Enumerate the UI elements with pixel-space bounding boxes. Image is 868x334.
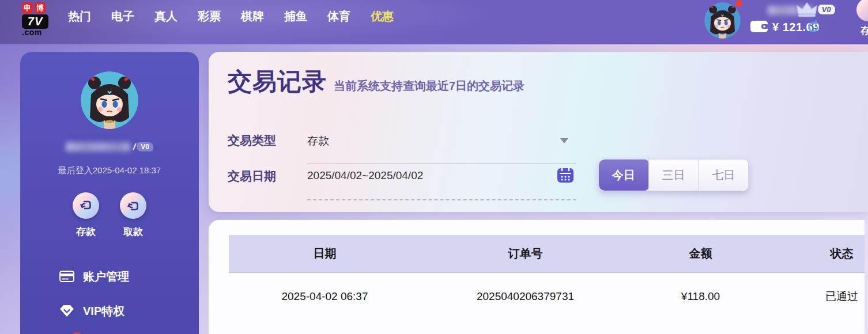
header-amount: 金额 [630,246,771,261]
logo-badge-shen: 申 [22,2,33,13]
sidebar-item-label: 账户管理 [83,269,129,284]
quick-actions: 存款 取款 [20,192,199,238]
range-3day-button[interactable]: 三日 [648,160,699,191]
sidebar-item-vip[interactable]: VIP特权 [59,294,129,328]
nav-item-fishing[interactable]: 捕鱼 [284,9,307,24]
sidebar-item-label: VIP特权 [83,303,124,319]
nav-item-sports[interactable]: 体育 [327,9,350,24]
vip-level-badge: V0 [817,5,836,14]
withdraw-button[interactable]: 取款 [120,192,146,238]
site-logo[interactable]: 申 博 7V .com [22,2,62,36]
sidebar-username-row: / V0 [20,142,199,151]
avatar-illustration [81,71,138,129]
chevron-down-icon[interactable] [560,138,568,143]
filter-date-label: 交易日期 [228,168,276,184]
deposit-button[interactable]: 存款 [73,192,99,238]
page-title: 交易记录 [228,66,327,98]
last-login-text: 最后登入2025-04-02 18:37 [20,165,199,176]
withdraw-label[interactable]: 取款 [123,225,143,238]
nav-item-slots[interactable]: 电子 [111,9,134,24]
main-nav: 热门 电子 真人 彩票 棋牌 捕鱼 体育 优惠 [68,9,394,24]
vip-level-badge: V0 [137,142,153,151]
vip-diamond-icon [59,305,74,317]
filter-type-label: 交易类型 [228,132,276,149]
table-row: 2025-04-02 06:37 2025040206379731 ¥118.0… [229,273,865,320]
nav-item-cards[interactable]: 棋牌 [241,9,264,24]
nav-item-promos[interactable]: 优惠 [371,9,394,24]
calendar-icon[interactable] [557,166,574,183]
header-status: 状态 [771,246,865,261]
filter-type-select[interactable]: 存款 [307,134,329,149]
filter-date-input[interactable]: 2025/04/02~2025/04/02 [307,169,423,182]
profile-sidebar: / V0 最后登入2025-04-02 18:37 存款 [20,52,199,334]
page-header: 交易记录 当前系统支持查询最近7日的交易记录 [228,66,524,98]
cell-amount: ¥118.00 [630,290,771,303]
header-date: 日期 [229,246,421,261]
deposit-icon [73,192,99,219]
table-header-row: 日期 订单号 金额 状态 [229,235,865,273]
logo-7v-text: 7V [22,14,48,29]
sidebar-avatar [81,71,138,129]
nav-item-lottery[interactable]: 彩票 [198,9,221,24]
range-7day-button[interactable]: 七日 [698,160,748,191]
user-avatar[interactable] [704,2,741,39]
transaction-filter-panel: 交易记录 当前系统支持查询最近7日的交易记录 交易类型 存款 交易日期 2025… [209,52,868,212]
transaction-table: 日期 订单号 金额 状态 2025-04-02 06:37 2025040206… [229,235,865,320]
nav-item-live[interactable]: 真人 [154,9,178,24]
crown-icon [795,1,818,17]
cell-date: 2025-04-02 06:37 [229,290,421,303]
wallet-icon [750,20,768,33]
username-blurred [66,142,130,151]
header-order: 订单号 [421,246,630,261]
vip-slash: / [133,142,135,151]
avatar-illustration [704,2,741,39]
cell-order: 2025040206379731 [421,290,630,303]
floating-deposit-icon[interactable] [856,0,868,21]
deposit-label[interactable]: 存款 [76,225,96,238]
filter-date-underline [307,199,576,200]
top-navbar: 申 博 7V .com 热门 电子 真人 彩票 棋牌 捕鱼 体育 优惠 [0,0,868,44]
date-range-button-group: 今日 三日 七日 [598,159,749,191]
logo-badge-bo: 博 [35,2,46,13]
logo-com-text: .com [22,29,62,36]
bank-card-icon [59,271,74,282]
page-subtitle: 当前系统支持查询最近7日的交易记录 [334,78,524,94]
refresh-balance-icon[interactable] [806,20,820,34]
transaction-table-panel: 日期 订单号 金额 状态 2025-04-02 06:37 2025040206… [209,220,865,334]
sidebar-menu: 账户管理 VIP特权 [59,259,129,328]
sidebar-item-account[interactable]: 账户管理 [59,259,129,294]
notification-dot [735,0,742,7]
nav-item-hot[interactable]: 热门 [68,9,91,24]
withdraw-icon [120,192,146,219]
floating-deposit-label[interactable]: 存 [861,24,868,37]
cell-status: 已通过 [771,289,865,304]
filter-type-underline [307,163,576,164]
range-today-button[interactable]: 今日 [599,160,648,191]
